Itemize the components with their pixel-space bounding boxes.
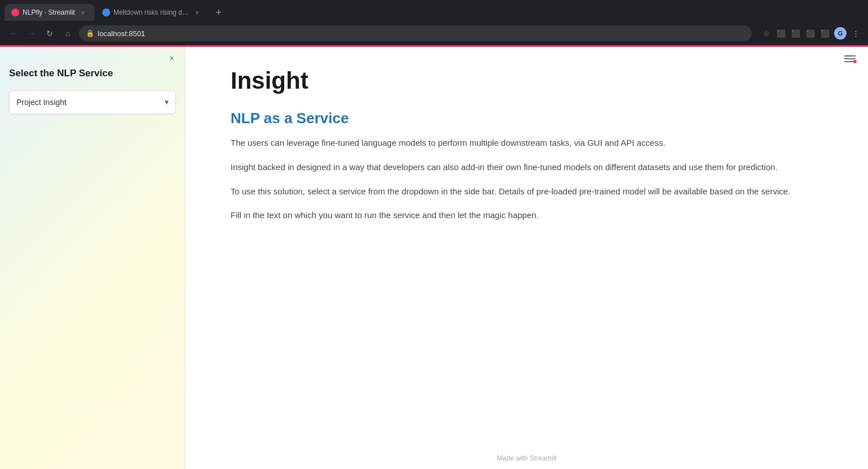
address-bar-row: ← → ↻ ⌂ 🔒 localhost:8501 ☆ ⬛ ⬛ ⬛ ⬛ G ⋮ <box>0 21 868 45</box>
nlp-service-dropdown[interactable]: Project Insight Sentiment Analysis Named… <box>9 90 176 114</box>
address-bar[interactable]: 🔒 localhost:8501 <box>79 25 752 41</box>
lock-icon: 🔒 <box>86 29 94 37</box>
tab-favicon-nlpfly <box>11 8 19 16</box>
tab-favicon-meltdown <box>102 8 110 16</box>
paragraph-4: Fill in the text on which you want to ru… <box>231 209 834 223</box>
back-button[interactable]: ← <box>7 27 20 40</box>
screenshot-icon[interactable]: ⬛ <box>775 28 787 39</box>
sidebar-close-button[interactable]: × <box>166 52 178 64</box>
menu-bar-2 <box>844 58 856 59</box>
menu-notification-dot <box>853 60 857 63</box>
pocket-icon[interactable]: ⬛ <box>790 28 801 39</box>
tab-bar: NLPfly · Streamlit × Meltdown risks risi… <box>0 0 868 21</box>
paragraph-2: Insight backed in designed in a way that… <box>231 160 834 175</box>
more-menu-icon[interactable]: ⋮ <box>850 28 861 39</box>
hamburger-menu-button[interactable] <box>841 52 859 66</box>
section-heading: NLP as a Service <box>231 110 834 127</box>
paragraph-3: To use this solution, select a service f… <box>231 185 834 199</box>
nlp-service-dropdown-wrapper: Project Insight Sentiment Analysis Named… <box>9 90 176 114</box>
main-content: Insight NLP as a Service The users can l… <box>185 45 868 469</box>
tab-meltdown[interactable]: Meltdown risks rising due to... × <box>96 4 209 21</box>
profile-avatar[interactable]: G <box>834 27 847 40</box>
tab-nlpfly[interactable]: NLPfly · Streamlit × <box>5 4 94 21</box>
home-button[interactable]: ⌂ <box>61 27 75 40</box>
sidebar-section-title: Select the NLP Service <box>9 68 176 79</box>
sync-icon[interactable]: ⬛ <box>819 28 831 39</box>
menu-bar-1 <box>844 55 856 57</box>
forward-button[interactable]: → <box>25 27 38 40</box>
reload-button[interactable]: ↻ <box>43 27 57 40</box>
browser-chrome: NLPfly · Streamlit × Meltdown risks risi… <box>0 0 868 45</box>
tab-title-nlpfly: NLPfly · Streamlit <box>23 8 75 16</box>
bookmark-star-icon[interactable]: ☆ <box>761 28 772 39</box>
app-container: × Select the NLP Service Project Insight… <box>0 45 868 469</box>
new-tab-button[interactable]: + <box>212 6 225 19</box>
streamlit-top-bar <box>0 45 868 47</box>
paragraph-1: The users can leverage fine-tuned langua… <box>231 136 834 150</box>
sidebar: × Select the NLP Service Project Insight… <box>0 45 185 469</box>
page-title: Insight <box>231 68 834 94</box>
browser-action-icons: ☆ ⬛ ⬛ ⬛ ⬛ G ⋮ <box>761 27 861 40</box>
tab-close-meltdown[interactable]: × <box>193 8 202 17</box>
made-with-streamlit: Made with Streamlit <box>497 454 556 462</box>
tab-title-meltdown: Meltdown risks rising due to... <box>114 8 189 16</box>
address-text: localhost:8501 <box>98 29 145 38</box>
extensions-icon[interactable]: ⬛ <box>805 28 816 39</box>
tab-close-nlpfly[interactable]: × <box>79 8 88 17</box>
